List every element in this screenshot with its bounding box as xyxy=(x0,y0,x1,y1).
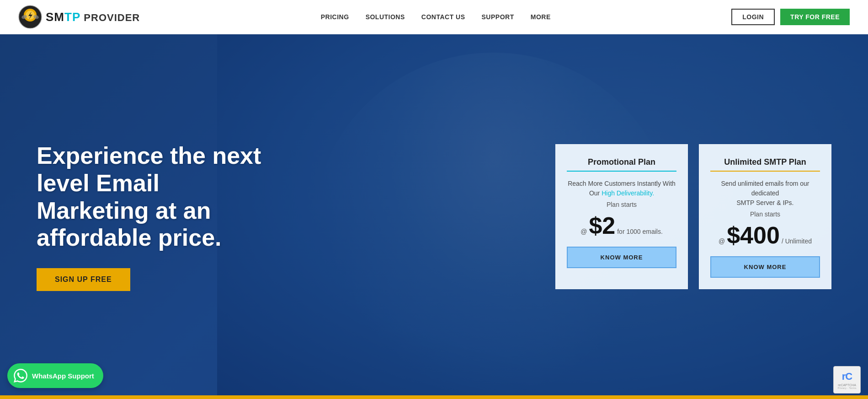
hero-heading: Experience the next level Email Marketin… xyxy=(37,142,274,252)
promotional-price-value: $2 xyxy=(589,214,615,237)
navbar-links: PRICING SOLUTIONS CONTACT US SUPPORT MOR… xyxy=(321,13,551,21)
captcha-sub: Privacy - Terms xyxy=(837,387,856,389)
promotional-plan-link[interactable]: High Deliverability. xyxy=(602,189,654,197)
unlimited-plan-price-row: @ $400 / Unlimited xyxy=(719,223,812,247)
promotional-plan-starts: Plan starts xyxy=(607,201,637,208)
captcha-logo: rC xyxy=(842,371,852,383)
navbar: SMTP PROVIDER PRICING SOLUTIONS CONTACT … xyxy=(0,0,868,34)
promotional-know-more-button[interactable]: KNOW MORE xyxy=(567,247,676,268)
whatsapp-support-button[interactable]: WhatsApp Support xyxy=(7,363,103,388)
pricing-cards: Promotional Plan Reach More Customers In… xyxy=(555,144,831,289)
unlimited-plan-card: Unlimited SMTP Plan Send unlimited email… xyxy=(699,144,831,289)
nav-contact[interactable]: CONTACT US xyxy=(421,13,465,21)
nav-pricing[interactable]: PRICING xyxy=(321,13,349,21)
unlimited-plan-desc: Send unlimited emails from our dedicated… xyxy=(710,179,820,208)
promotional-price-at: @ xyxy=(580,228,587,235)
unlimited-price-at: @ xyxy=(719,237,725,245)
captcha-label: reCAPTCHA xyxy=(838,383,856,387)
signup-button[interactable]: SIGN UP FREE xyxy=(37,268,130,291)
promotional-price-suffix: for 1000 emails. xyxy=(617,228,663,235)
whatsapp-label: WhatsApp Support xyxy=(32,372,94,380)
promotional-plan-card: Promotional Plan Reach More Customers In… xyxy=(555,144,688,289)
hero-section: Experience the next level Email Marketin… xyxy=(0,34,868,399)
captcha-badge: rC reCAPTCHA Privacy - Terms xyxy=(833,366,861,394)
nav-more[interactable]: MORE xyxy=(531,13,551,21)
unlimited-price-suffix: / Unlimited xyxy=(782,237,812,245)
logo-icon xyxy=(18,5,42,29)
promotional-plan-desc: Reach More Customers Instantly With Our … xyxy=(567,179,676,198)
try-free-button[interactable]: TRY FOR FREE xyxy=(780,9,850,25)
login-button[interactable]: LOGIN xyxy=(731,9,775,25)
promotional-plan-divider xyxy=(567,171,676,172)
logo[interactable]: SMTP PROVIDER xyxy=(18,5,140,29)
unlimited-plan-starts: Plan starts xyxy=(750,210,780,218)
bottom-bar xyxy=(0,395,868,399)
navbar-actions: LOGIN TRY FOR FREE xyxy=(731,9,850,25)
promotional-plan-price-row: @ $2 for 1000 emails. xyxy=(580,214,663,237)
logo-text: SMTP PROVIDER xyxy=(46,10,140,24)
unlimited-price-value: $400 xyxy=(727,223,780,247)
hero-content: Experience the next level Email Marketin… xyxy=(37,142,274,291)
unlimited-know-more-button[interactable]: KNOW MORE xyxy=(710,256,820,278)
unlimited-plan-divider xyxy=(710,171,820,172)
nav-solutions[interactable]: SOLUTIONS xyxy=(366,13,405,21)
whatsapp-icon xyxy=(14,369,27,383)
promotional-plan-title: Promotional Plan xyxy=(588,157,655,167)
unlimited-plan-title: Unlimited SMTP Plan xyxy=(724,157,806,167)
nav-support[interactable]: SUPPORT xyxy=(482,13,514,21)
